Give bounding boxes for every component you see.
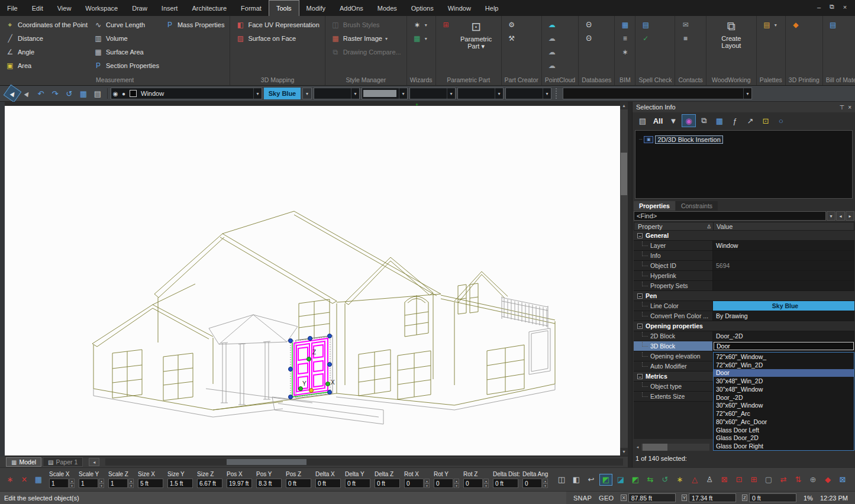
spin-up-icon[interactable]: ▴ [483,479,489,483]
sparkle-move-button[interactable]: ∗ [673,474,686,486]
property-row[interactable]: Info [634,251,854,261]
highlight-button[interactable]: ◉ [682,114,696,127]
coord-x-value[interactable]: 87.85 ft [628,493,676,502]
dropdown-item[interactable]: Door [714,369,854,377]
menu-tools[interactable]: Tools [269,0,299,16]
pointcloud-gray2-button[interactable]: ☁ [546,46,558,59]
spin-down-icon[interactable]: ▾ [69,483,75,488]
parametric-part-red-button[interactable]: ⊞ [440,18,452,31]
box-slash-button[interactable]: ⊠ [718,474,731,486]
panel-close-icon[interactable]: × [848,104,851,111]
distance-button[interactable]: ╱Distance [4,32,89,45]
field-value[interactable]: 0 [463,479,483,488]
field-value[interactable]: 0 ft [345,479,370,488]
grid-table-button[interactable]: ▦ [32,474,45,486]
contact-box-button[interactable]: ■ [679,32,691,45]
spin-down-icon[interactable]: ▾ [543,483,548,488]
field-value[interactable]: 0 ft [493,479,518,488]
spin-up-icon[interactable]: ▴ [454,479,459,483]
spinner[interactable]: ▴▾ [99,479,104,488]
bom-button[interactable]: ▤ [827,18,839,31]
find-chevron-down-icon[interactable]: ▾ [827,211,835,221]
bim-wand-button[interactable]: ∗ [619,46,631,59]
property-label-cell[interactable]: Layer [634,241,713,250]
spin-up-icon[interactable]: ▴ [128,479,134,483]
chevron-down-icon[interactable]: ▾ [253,88,262,99]
canvas-horizontal-scrollbar[interactable] [105,458,623,466]
property-group-row[interactable]: –General [634,231,854,241]
collapse-icon[interactable]: – [637,293,643,299]
panel-h-scrollbar[interactable]: ◂ [634,444,709,451]
surface-on-face-button[interactable]: ▨Surface on Face [234,32,320,45]
property-label-cell[interactable]: Extents Size [634,392,713,401]
spin-down-icon[interactable]: ▾ [424,483,430,488]
dropdown-item[interactable]: 72"x60"_Win_2D [714,361,854,369]
field-value[interactable]: 1.5 ft [167,479,193,488]
block-dropdown-list[interactable]: 72"x60"_Window_72"x60"_Win_2DDoor30"x48"… [713,352,854,451]
menu-view[interactable]: View [50,0,79,16]
box-crossed-button[interactable]: ⊠ [836,474,849,486]
property-label-cell[interactable]: Line Color [634,301,713,311]
curve-length-button[interactable]: ∿Curve Length [92,18,160,31]
polyline-button[interactable]: ↗ [743,114,757,127]
return-select-button[interactable]: ↺ [659,474,672,486]
sort-icon[interactable]: ∆ [707,224,711,230]
property-value-cell[interactable] [713,281,854,290]
lineweight-combo[interactable]: ▾ [362,88,408,99]
close-button[interactable]: × [840,2,850,11]
pointcloud-gray3-button[interactable]: ☁ [546,59,558,72]
property-value-cell[interactable]: By Drawing [713,311,854,321]
copy-button[interactable]: ⧉ [697,114,711,127]
tab-scroll-left-button[interactable]: ◂ [89,458,99,466]
menu-format[interactable]: Format [234,0,269,16]
menu-modify[interactable]: Modify [299,0,333,16]
property-row[interactable]: 3D BlockDoor [634,341,854,351]
spinner[interactable]: ▴▾ [128,479,134,488]
property-label-cell[interactable]: Property Sets [634,281,713,290]
style-combo[interactable]: ▾ [457,88,504,99]
property-label-cell[interactable]: Opening elevation [634,351,713,361]
dropdown-item[interactable]: 72"x60"_Window_ [714,353,854,361]
table-button[interactable]: ▦ [712,114,727,127]
field-value[interactable]: 19.97 ft [227,479,252,488]
face-uv-button[interactable]: ◧Face UV Representation [234,18,320,31]
swap-h-button[interactable]: ⇄ [777,474,790,486]
coordinates-button[interactable]: ⌖Coordinates of the Point [4,18,89,31]
function-button[interactable]: ƒ [728,114,742,127]
collapse-icon[interactable]: – [637,374,643,379]
collapse-icon[interactable]: – [637,324,643,329]
property-row[interactable]: Property Sets [634,281,854,291]
spinner[interactable]: ▴▾ [69,479,75,488]
field-value[interactable]: 1 [108,479,128,488]
swap-v-button[interactable]: ⇅ [792,474,805,486]
spin-down-icon[interactable]: ▾ [483,483,489,488]
pointcloud-color-button[interactable]: ☁ [546,18,558,31]
wrench-button[interactable]: ⚒ [506,32,518,45]
delete-x-button[interactable]: × [18,474,31,486]
search-button[interactable]: ○ [774,114,788,127]
mail-button[interactable]: ✉ [679,18,691,31]
value-column-header[interactable]: Value [714,222,854,230]
property-row[interactable]: Convert Pen Color ...By Drawing [634,311,854,321]
field-value[interactable]: 0 [404,479,424,488]
property-value-cell[interactable] [713,271,854,280]
wizard-image-button[interactable]: ▦▾ [411,32,428,45]
bend-arrow-button[interactable]: ↩ [585,474,598,486]
mass-properties-button[interactable]: PMass Properties [164,18,225,31]
dropdown-item[interactable]: Door_-2D [714,393,854,402]
bim-color-button[interactable]: ▦ [619,18,631,31]
property-row[interactable]: 2D BlockDoor_-2D [634,331,854,341]
cube-split-button[interactable]: ◧ [570,474,583,486]
sheet-tab-paper-1[interactable]: ▤Paper 1 [43,457,83,467]
box-corner-button[interactable]: ⊞ [747,474,760,486]
menu-modes[interactable]: Modes [370,0,404,16]
dropdown-item[interactable]: Glass Door Left [714,426,854,434]
property-row[interactable]: Object ID5694 [634,261,854,271]
bim-list-button[interactable]: ≡ [619,32,631,45]
property-row[interactable]: LayerWindow [634,241,854,251]
lasso-button[interactable]: ↺ [63,87,76,100]
property-value-cell[interactable]: Window [713,241,854,250]
menu-draw[interactable]: Draw [125,0,154,16]
database-edit-button[interactable]: Θ [583,18,595,31]
fill-arrow-button[interactable]: ◩ [629,474,642,486]
